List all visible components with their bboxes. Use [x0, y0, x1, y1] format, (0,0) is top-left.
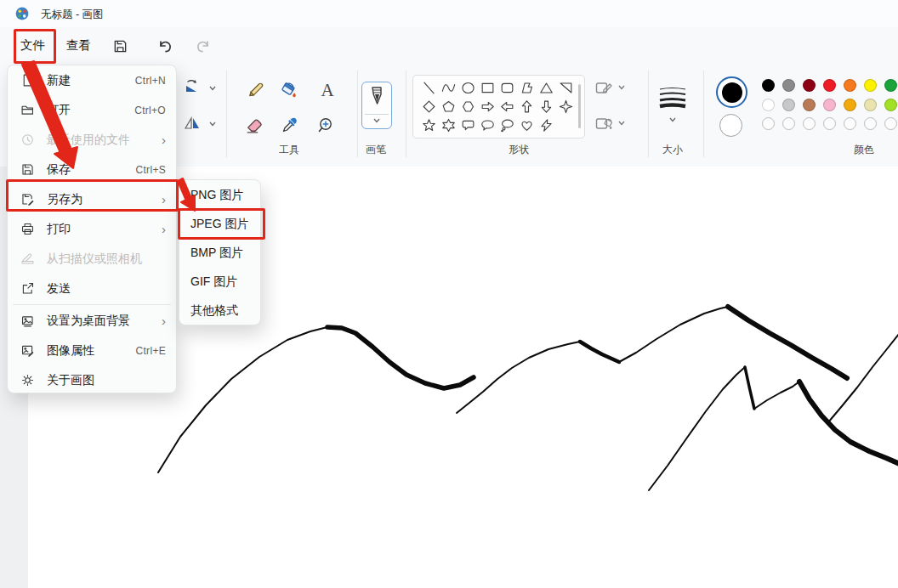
shape-heart-icon[interactable]	[518, 116, 535, 133]
palette-color[interactable]	[823, 99, 836, 111]
shape-rounded-rectangle-icon[interactable]	[498, 79, 515, 96]
palette-empty-slot[interactable]	[782, 117, 795, 130]
menu-item-save-as[interactable]: 另存为 ›	[8, 184, 176, 214]
shape-polygon-icon[interactable]	[518, 79, 535, 96]
chevron-down-icon	[617, 120, 626, 127]
chevron-down-icon[interactable]	[208, 121, 217, 127]
palette-color[interactable]	[782, 99, 795, 111]
file-menu-panel: 新建 Ctrl+N 打开 Ctrl+O 最近使用的文件 › 保存 Ctrl+S …	[7, 65, 177, 393]
shape-arrow-left-icon[interactable]	[498, 98, 515, 115]
submenu-item-jpeg[interactable]: JPEG 图片	[179, 210, 260, 239]
palette-color[interactable]	[762, 99, 775, 111]
rotate-button[interactable]	[180, 76, 204, 99]
view-menu-button[interactable]: 查看	[59, 32, 99, 59]
palette-color[interactable]	[864, 99, 877, 111]
palette-color[interactable]	[844, 79, 856, 92]
shape-rectangle-icon[interactable]	[479, 79, 496, 96]
chevron-down-icon[interactable]	[372, 117, 381, 124]
palette-empty-slot[interactable]	[884, 117, 897, 130]
menu-item-save[interactable]: 保存 Ctrl+S	[8, 155, 176, 184]
shape-cloud-callout-icon[interactable]	[498, 116, 515, 133]
pencil-icon	[245, 80, 265, 100]
pencil-tool-button[interactable]	[243, 78, 267, 102]
shape-right-triangle-icon[interactable]	[557, 79, 574, 96]
palette-color[interactable]	[884, 99, 897, 111]
palette-empty-slot[interactable]	[762, 117, 775, 130]
shape-line-icon[interactable]	[420, 79, 437, 96]
shape-curve-icon[interactable]	[440, 79, 457, 96]
shape-five-point-star-icon[interactable]	[420, 116, 437, 133]
shape-outline-button[interactable]	[594, 76, 633, 99]
menu-item-set-as-background[interactable]: 设置为桌面背景 ›	[8, 306, 176, 336]
shape-fill-button[interactable]	[594, 111, 633, 135]
paint-window: 无标题 - 画图 文件 查看	[0, 0, 898, 588]
menu-item-about[interactable]: 关于画图	[8, 365, 176, 395]
chevron-down-icon[interactable]	[668, 116, 677, 123]
menu-item-open[interactable]: 打开 Ctrl+O	[8, 95, 176, 125]
palette-empty-slot[interactable]	[844, 117, 856, 130]
eraser-tool-button[interactable]	[242, 113, 266, 137]
shape-arrow-up-icon[interactable]	[518, 98, 535, 115]
group-divider	[703, 71, 704, 157]
color1-swatch[interactable]	[716, 76, 747, 108]
flip-button[interactable]	[180, 111, 204, 135]
shape-oval-callout-icon[interactable]	[479, 116, 496, 133]
brushes-button[interactable]	[361, 82, 392, 129]
submenu-item-other[interactable]: 其他格式	[179, 297, 260, 325]
menu-item-send[interactable]: 发送	[8, 274, 176, 303]
text-tool-button[interactable]: A	[315, 78, 339, 102]
palette-empty-slot[interactable]	[803, 117, 816, 130]
palette-color[interactable]	[762, 79, 775, 92]
palette-color[interactable]	[823, 79, 836, 92]
shape-pentagon-icon[interactable]	[440, 98, 457, 115]
fill-tool-button[interactable]	[276, 77, 300, 101]
color-picker-tool-button[interactable]	[278, 113, 302, 137]
menu-item-from-scanner[interactable]: 从扫描仪或照相机	[8, 244, 176, 274]
outline-icon	[594, 77, 614, 98]
palette-color[interactable]	[864, 79, 877, 92]
shape-diamond-icon[interactable]	[420, 98, 437, 115]
palette-empty-slot[interactable]	[823, 117, 836, 130]
submenu-item-png[interactable]: PNG 图片	[179, 181, 260, 210]
palette-color[interactable]	[782, 79, 795, 92]
color-palette	[762, 79, 898, 137]
eraser-icon	[244, 115, 265, 136]
shape-triangle-icon[interactable]	[537, 79, 554, 96]
shape-rounded-callout-icon[interactable]	[459, 116, 476, 133]
undo-button[interactable]	[154, 35, 176, 57]
redo-button[interactable]	[192, 35, 214, 57]
shape-six-point-star-icon[interactable]	[440, 116, 457, 133]
palette-color[interactable]	[803, 99, 816, 111]
shape-oval-icon[interactable]	[459, 79, 476, 96]
shape-arrow-right-icon[interactable]	[479, 98, 496, 115]
rotate-icon	[183, 78, 202, 97]
size-button[interactable]	[656, 86, 689, 113]
magnifier-tool-button[interactable]	[315, 114, 338, 138]
submenu-chevron-icon: ›	[162, 133, 166, 147]
palette-color[interactable]	[844, 99, 856, 111]
submenu-item-gif[interactable]: GIF 图片	[179, 268, 260, 297]
palette-color[interactable]	[884, 79, 897, 92]
menu-item-new[interactable]: 新建 Ctrl+N	[8, 65, 176, 95]
color2-swatch[interactable]	[719, 114, 742, 137]
shape-hexagon-icon[interactable]	[459, 98, 476, 115]
menu-item-image-properties[interactable]: 图像属性 Ctrl+E	[8, 336, 176, 365]
submenu-item-bmp[interactable]: BMP 图片	[179, 239, 260, 268]
save-icon	[112, 38, 128, 54]
menu-bar: 文件 查看	[0, 27, 898, 64]
shape-arrow-down-icon[interactable]	[537, 98, 554, 115]
shape-four-point-star-icon[interactable]	[557, 98, 574, 115]
menu-item-print[interactable]: 打印 ›	[8, 214, 176, 244]
shapes-scrollbar[interactable]	[578, 84, 581, 128]
file-menu-button[interactable]: 文件	[13, 32, 53, 59]
save-as-submenu-panel: PNG 图片 JPEG 图片 BMP 图片 GIF 图片 其他格式	[179, 179, 261, 325]
text-tool-icon: A	[321, 80, 333, 101]
chevron-down-icon[interactable]	[208, 85, 217, 92]
save-as-icon	[20, 191, 36, 207]
palette-color[interactable]	[803, 79, 816, 92]
save-button[interactable]	[109, 35, 131, 57]
title-bar: 无标题 - 画图	[0, 0, 898, 27]
shape-lightning-icon[interactable]	[537, 116, 554, 133]
palette-empty-slot[interactable]	[864, 117, 877, 130]
menu-item-recent-files[interactable]: 最近使用的文件 ›	[8, 125, 176, 155]
